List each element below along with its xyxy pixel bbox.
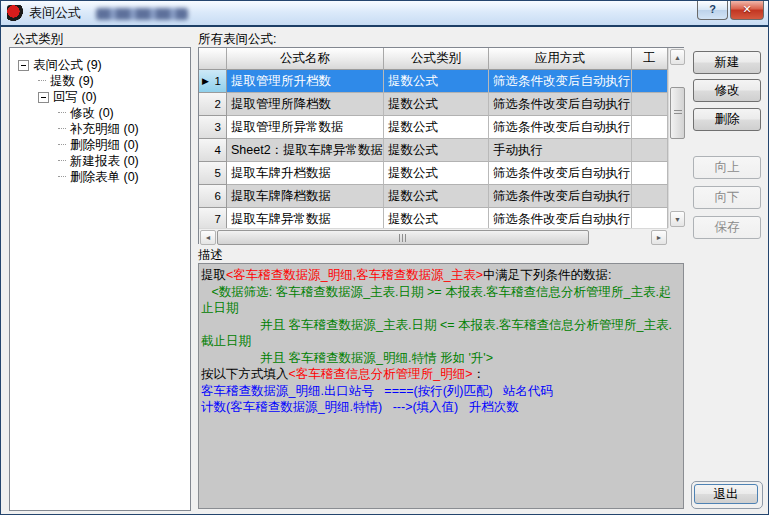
formula-name-cell[interactable]: 提取车牌升档数据 (227, 162, 384, 185)
table-row[interactable]: 6提取车牌降档数据提数公式筛选条件改变后自动执行 (199, 185, 668, 208)
row-number-cell[interactable]: 2 (199, 93, 227, 116)
formula-name-cell[interactable]: Sheet2：提取车牌异常数据 (227, 139, 384, 162)
tree-item[interactable]: 补充明细 (0) (10, 121, 190, 137)
modify-button[interactable]: 修改 (693, 79, 761, 102)
formula-type-cell[interactable]: 提数公式 (384, 139, 489, 162)
table-header-row: 公式名称公式类别应用方式工 (199, 48, 668, 70)
scroll-up-icon[interactable]: ▲ (670, 49, 685, 65)
current-row-marker-icon: ▶ (202, 70, 209, 92)
formula-name-cell[interactable]: 提取管理所异常数据 (227, 116, 384, 139)
scroll-down-icon[interactable]: ▼ (670, 211, 685, 227)
table-row[interactable]: ▶1提取管理所升档数提数公式筛选条件改变后自动执行 (199, 70, 668, 93)
window-title: 表间公式 (29, 1, 81, 25)
row-number-cell[interactable]: 4 (199, 139, 227, 162)
tree-item[interactable]: 删除明细 (0) (10, 137, 190, 153)
row-number-cell[interactable]: 5 (199, 162, 227, 185)
formula-type-cell[interactable]: 提数公式 (384, 208, 489, 228)
extra-cell[interactable] (632, 116, 668, 139)
description-line: 客车稽查数据源_明细.出口站号 ====(按行(列)匹配) 站名代码 (201, 383, 681, 400)
vertical-scroll-thumb[interactable] (670, 87, 685, 139)
extra-cell[interactable] (632, 93, 668, 116)
row-header-corner[interactable] (199, 48, 227, 70)
extra-cell[interactable] (632, 70, 668, 93)
vertical-scrollbar[interactable]: ▲ ▼ (668, 48, 685, 228)
tree-branch-line (58, 176, 66, 178)
description-line: 并且 客车稽查数据源_主表.日期 <= 本报表.客车稽查信息分析管理所_主表. (201, 317, 681, 334)
scroll-right-icon[interactable]: ► (651, 230, 667, 245)
column-header[interactable]: 应用方式 (489, 48, 632, 70)
column-header[interactable]: 工 (632, 48, 668, 70)
formula-type-cell[interactable]: 提数公式 (384, 70, 489, 93)
apply-mode-cell[interactable]: 筛选条件改变后自动执行 (489, 208, 632, 228)
tree-item-label: 表间公式 (9) (33, 57, 102, 73)
formula-type-cell[interactable]: 提数公式 (384, 116, 489, 139)
tree-collapse-icon[interactable] (18, 60, 29, 71)
extra-cell[interactable] (632, 139, 668, 162)
move-up-button: 向上 (693, 156, 761, 179)
tree-item[interactable]: 新建报表 (0) (10, 153, 190, 169)
formula-type-cell[interactable]: 提数公式 (384, 162, 489, 185)
apply-mode-cell[interactable]: 筛选条件改变后自动执行 (489, 93, 632, 116)
tree-item[interactable]: 删除表单 (0) (10, 169, 190, 185)
redacted-title-text (96, 8, 188, 20)
formula-name-cell[interactable]: 提取车牌降档数据 (227, 185, 384, 208)
extra-cell[interactable] (632, 185, 668, 208)
new-button[interactable]: 新建 (693, 51, 761, 74)
title-bar[interactable]: 表间公式 (1, 1, 768, 25)
tree-item-label: 删除明细 (0) (70, 137, 139, 153)
tree-item-label: 回写 (0) (53, 89, 97, 105)
scrollbar-corner (668, 228, 685, 245)
description-line: 止日期 (201, 300, 681, 317)
formula-type-cell[interactable]: 提数公式 (384, 93, 489, 116)
formulas-table: 公式名称公式类别应用方式工 ▶1提取管理所升档数提数公式筛选条件改变后自动执行2… (198, 47, 684, 244)
tree-item[interactable]: 表间公式 (9) (10, 57, 190, 73)
horizontal-scrollbar[interactable]: ◄ ► (199, 228, 668, 245)
description-line: 并且 客车稽查数据源_明细.特情 形如 '升'> (201, 350, 681, 367)
description-label: 描述 (198, 247, 223, 264)
tree-item[interactable]: 提数 (9) (10, 73, 190, 89)
formula-name-cell[interactable]: 提取车牌异常数据 (227, 208, 384, 228)
titlebar-separator (1, 25, 768, 27)
tree-branch-line (58, 160, 66, 162)
row-number-cell[interactable]: 7 (199, 208, 227, 228)
tree-branch-line (58, 112, 66, 114)
tree-item-label: 删除表单 (0) (70, 169, 139, 185)
formula-name-cell[interactable]: 提取管理所降档数 (227, 93, 384, 116)
row-number-cell[interactable]: 6 (199, 185, 227, 208)
exit-button[interactable]: 退出 (694, 484, 758, 504)
close-icon[interactable]: ✕ (730, 1, 764, 20)
table-row[interactable]: 2提取管理所降档数提数公式筛选条件改变后自动执行 (199, 93, 668, 116)
table-row[interactable]: 7提取车牌异常数据提数公式筛选条件改变后自动执行 (199, 208, 668, 228)
delete-button[interactable]: 删除 (693, 108, 761, 131)
category-tree[interactable]: 表间公式 (9)提数 (9)回写 (0)修改 (0)补充明细 (0)删除明细 (… (9, 47, 191, 511)
extra-cell[interactable] (632, 208, 668, 228)
apply-mode-cell[interactable]: 筛选条件改变后自动执行 (489, 185, 632, 208)
all-formulas-label: 所有表间公式: (198, 31, 276, 48)
help-button[interactable]: ? (697, 1, 728, 20)
tree-item[interactable]: 修改 (0) (10, 105, 190, 121)
tree-branch-line (58, 144, 66, 146)
column-header[interactable]: 公式名称 (227, 48, 384, 70)
tree-item[interactable]: 回写 (0) (10, 89, 190, 105)
row-number-cell[interactable]: ▶1 (199, 70, 227, 93)
row-number-cell[interactable]: 3 (199, 116, 227, 139)
formula-name-cell[interactable]: 提取管理所升档数 (227, 70, 384, 93)
apply-mode-cell[interactable]: 筛选条件改变后自动执行 (489, 116, 632, 139)
tree-item-label: 修改 (0) (70, 105, 114, 121)
apply-mode-cell[interactable]: 筛选条件改变后自动执行 (489, 162, 632, 185)
formula-type-cell[interactable]: 提数公式 (384, 185, 489, 208)
description-line: <数据筛选: 客车稽查数据源_主表.日期 >= 本报表.客车稽查信息分析管理所_… (201, 284, 681, 301)
tree-collapse-icon[interactable] (38, 92, 49, 103)
column-header[interactable]: 公式类别 (384, 48, 489, 70)
horizontal-scroll-thumb[interactable] (217, 230, 589, 245)
extra-cell[interactable] (632, 162, 668, 185)
table-row[interactable]: 3提取管理所异常数据提数公式筛选条件改变后自动执行 (199, 116, 668, 139)
table-row[interactable]: 4Sheet2：提取车牌异常数据提数公式手动执行 (199, 139, 668, 162)
apply-mode-cell[interactable]: 手动执行 (489, 139, 632, 162)
apply-mode-cell[interactable]: 筛选条件改变后自动执行 (489, 70, 632, 93)
scroll-left-icon[interactable]: ◄ (200, 230, 216, 245)
categories-label: 公式类别 (13, 31, 63, 48)
formula-dialog: 表间公式 ? ✕ 公式类别 表间公式 (9)提数 (9)回写 (0)修改 (0)… (0, 0, 769, 515)
table-row[interactable]: 5提取车牌升档数据提数公式筛选条件改变后自动执行 (199, 162, 668, 185)
description-line: 截止日期 (201, 333, 681, 350)
